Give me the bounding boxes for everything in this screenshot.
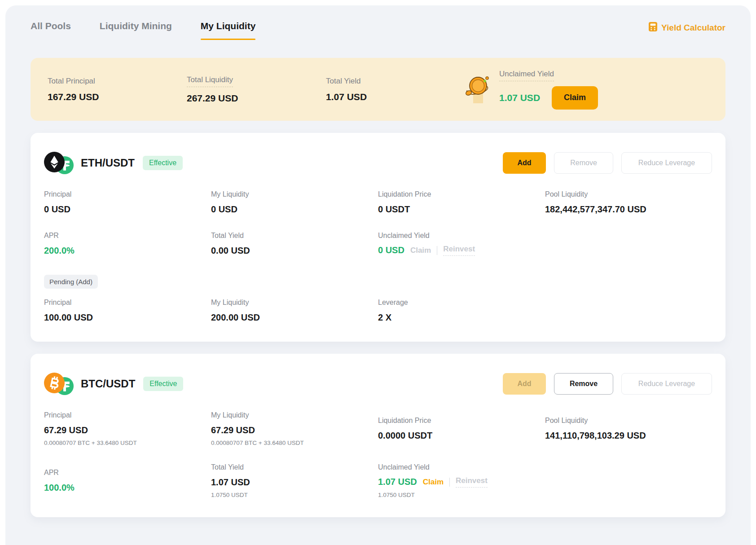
total-yield-label: Total Yield: [211, 232, 378, 240]
unclaimed-yield-value: 1.07 USD: [378, 477, 417, 487]
principal-label: Principal: [44, 190, 211, 198]
my-liquidity-value: 67.29 USD: [211, 425, 378, 435]
total-yield-stat: Total Yield 0.00 USD: [211, 232, 378, 256]
reduce-leverage-button[interactable]: Reduce Leverage: [621, 152, 712, 174]
apr-label: APR: [44, 469, 211, 477]
my-liquidity-sub-value: 0.00080707 BTC + 33.6480 USDT: [211, 440, 378, 446]
tab-all-pools[interactable]: All Pools: [31, 21, 71, 31]
principal-sub-value: 0.00080707 BTC + 33.6480 USDT: [44, 440, 211, 446]
remove-button[interactable]: Remove: [554, 373, 613, 395]
pending-leverage-stat: Leverage 2 X: [378, 299, 545, 323]
coin-illustration: [465, 75, 491, 104]
unclaimed-yield-label: Unclaimed Yield: [378, 232, 545, 240]
unclaimed-yield-value: 0 USD: [378, 245, 404, 255]
liquidation-price-label: Liquidation Price: [378, 190, 545, 198]
unclaimed-yield-stat: Unclaimed Yield 0 USD Claim Reinvest: [378, 232, 545, 256]
unclaimed-yield-label: Unclaimed Yield: [378, 463, 545, 471]
add-button[interactable]: Add: [503, 152, 546, 174]
tab-my-liquidity-label: My Liquidity: [201, 21, 256, 31]
principal-stat: Principal 67.29 USD 0.00080707 BTC + 33.…: [44, 411, 211, 446]
liquidation-price-value: 0.0000 USDT: [378, 431, 545, 441]
unclaimed-yield-block: Unclaimed Yield 1.07 USD Claim: [465, 70, 598, 110]
yield-calculator-link[interactable]: Yield Calculator: [648, 21, 725, 34]
my-liquidity-value: 0 USD: [211, 204, 378, 215]
pool-liquidity-stat: Pool Liquidity 182,442,577,347.70 USD: [545, 190, 712, 215]
total-yield-block: Total Yield 1.07 USD: [326, 77, 465, 102]
pool-card-btc-usdt: BTC/USDT Effective Add Remove Reduce Lev…: [31, 354, 725, 517]
principal-stat: Principal 0 USD: [44, 190, 211, 215]
status-badge: Effective: [143, 156, 183, 170]
active-tab-underline: [201, 39, 256, 40]
pending-my-liquidity-label: My Liquidity: [211, 299, 378, 307]
calculator-icon: [648, 22, 658, 34]
pending-leverage-label: Leverage: [378, 299, 545, 307]
pair-icons-eth-usdt: [44, 152, 76, 174]
total-yield-value: 1.07 USD: [211, 477, 378, 488]
principal-label: Principal: [44, 411, 211, 419]
pending-principal-value: 100.00 USD: [44, 312, 211, 323]
apr-value: 100.0%: [44, 483, 211, 493]
claim-button[interactable]: Claim: [552, 86, 598, 110]
total-yield-sub-value: 1.0750 USDT: [211, 492, 378, 498]
total-liquidity-block: Total Liquidity 267.29 USD: [187, 75, 326, 104]
apr-label: APR: [44, 232, 211, 240]
pending-add-badge: Pending (Add): [44, 275, 98, 289]
my-liquidity-stat: My Liquidity 0 USD: [211, 190, 378, 215]
pool-liquidity-stat: Pool Liquidity 141,110,798,103.29 USD: [545, 417, 712, 441]
apr-value: 200.0%: [44, 246, 211, 256]
total-yield-value: 0.00 USD: [211, 246, 378, 256]
my-liquidity-stat: My Liquidity 67.29 USD 0.00080707 BTC + …: [211, 411, 378, 446]
liquidation-price-label: Liquidation Price: [378, 417, 545, 425]
apr-stat: APR 200.0%: [44, 232, 211, 256]
total-principal-label: Total Principal: [48, 77, 95, 86]
pair-icons-btc-usdt: [44, 373, 76, 395]
pair-name: ETH/USDT: [81, 157, 135, 169]
liquidation-price-stat: Liquidation Price 0 USDT: [378, 190, 545, 215]
pair-name: BTC/USDT: [81, 378, 135, 390]
tab-my-liquidity[interactable]: My Liquidity: [201, 21, 256, 40]
total-liquidity-value: 267.29 USD: [187, 93, 326, 104]
pending-leverage-value: 2 X: [378, 312, 545, 323]
total-yield-label: Total Yield: [211, 463, 378, 471]
total-principal-value: 167.29 USD: [48, 92, 187, 102]
tab-liquidity-mining[interactable]: Liquidity Mining: [100, 21, 172, 31]
total-liquidity-label[interactable]: Total Liquidity: [187, 75, 233, 87]
status-badge: Effective: [143, 377, 183, 391]
principal-value: 0 USD: [44, 204, 211, 215]
pending-principal-label: Principal: [44, 299, 211, 307]
tabs-row: All Pools Liquidity Mining My Liquidity …: [31, 21, 725, 40]
unclaimed-yield-value: 1.07 USD: [499, 92, 540, 103]
pool-card-eth-usdt: ETH/USDT Effective Add Remove Reduce Lev…: [31, 133, 725, 342]
my-liquidity-label: My Liquidity: [211, 190, 378, 198]
total-yield-value: 1.07 USD: [326, 92, 465, 102]
unclaimed-yield-stat: Unclaimed Yield 1.07 USD Claim Reinvest …: [378, 463, 545, 498]
link-divider: [449, 478, 450, 487]
pool-liquidity-label: Pool Liquidity: [545, 190, 712, 198]
pool-liquidity-value: 141,110,798,103.29 USD: [545, 431, 712, 441]
eth-icon: [44, 152, 65, 174]
total-principal-block: Total Principal 167.29 USD: [48, 77, 187, 102]
unclaimed-yield-sub-value: 1.0750 USDT: [378, 492, 545, 498]
link-divider: [437, 246, 437, 255]
pending-principal-stat: Principal 100.00 USD: [44, 299, 211, 323]
claim-link[interactable]: Claim: [423, 478, 444, 487]
remove-button[interactable]: Remove: [554, 152, 613, 174]
summary-banner: Total Principal 167.29 USD Total Liquidi…: [31, 58, 725, 121]
liquidation-price-stat: Liquidation Price 0.0000 USDT: [378, 417, 545, 441]
my-liquidity-label: My Liquidity: [211, 411, 378, 419]
unclaimed-yield-label[interactable]: Unclaimed Yield: [499, 70, 554, 81]
pending-my-liquidity-stat: My Liquidity 200.00 USD: [211, 299, 378, 323]
btc-icon: [44, 373, 65, 395]
add-button[interactable]: Add: [503, 373, 546, 395]
liquidity-page-panel: All Pools Liquidity Mining My Liquidity …: [5, 5, 751, 545]
apr-stat: APR 100.0%: [44, 469, 211, 493]
unclaimed-yield-inner: Unclaimed Yield 1.07 USD Claim: [499, 70, 598, 110]
total-yield-stat: Total Yield 1.07 USD 1.0750 USDT: [211, 463, 378, 498]
reinvest-link[interactable]: Reinvest: [443, 245, 475, 256]
reduce-leverage-button[interactable]: Reduce Leverage: [621, 373, 712, 395]
claim-link[interactable]: Claim: [410, 246, 431, 255]
reinvest-link[interactable]: Reinvest: [456, 476, 488, 488]
pool-liquidity-value: 182,442,577,347.70 USD: [545, 204, 712, 215]
pool-liquidity-label: Pool Liquidity: [545, 417, 712, 425]
liquidation-price-value: 0 USDT: [378, 204, 545, 215]
